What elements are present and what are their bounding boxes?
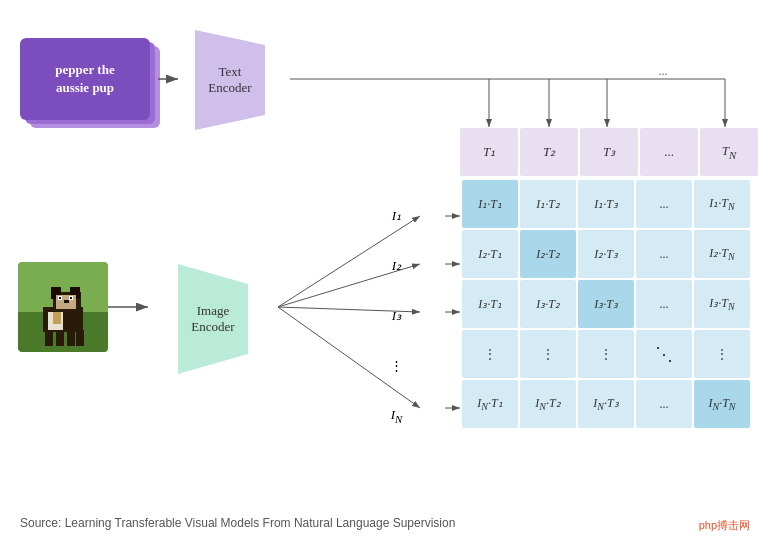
cell-0-0: I₁·T₁	[462, 180, 518, 228]
t3-header: T₃	[580, 128, 638, 176]
text-encoder: TextEncoder	[175, 30, 285, 130]
cell-4-0: IN·T₁	[462, 380, 518, 428]
image-encoder: ImageEncoder	[148, 264, 278, 374]
cell-4-2: IN·T₃	[578, 380, 634, 428]
cell-2-2: I₃·T₃	[578, 280, 634, 328]
cell-1-2: I₂·T₃	[578, 230, 634, 278]
cell-2-3: ...	[636, 280, 692, 328]
cell-0-3: ...	[636, 180, 692, 228]
t2-header: T₂	[520, 128, 578, 176]
cell-2-1: I₃·T₂	[520, 280, 576, 328]
image-encoder-label: ImageEncoder	[191, 303, 234, 335]
source-text-content: Source: Learning Transferable Visual Mod…	[20, 516, 455, 530]
cell-4-3: ...	[636, 380, 692, 428]
cell-4-4: IN·TN	[694, 380, 750, 428]
cell-1-4: I₂·TN	[694, 230, 750, 278]
i-dots-label: ⋮	[390, 342, 403, 390]
watermark-text: php搏击网	[699, 519, 750, 531]
watermark: php搏击网	[695, 516, 754, 535]
i2-label: I₂	[390, 242, 403, 290]
t-headers-row: T₁ T₂ T₃ ... TN	[460, 128, 758, 176]
in-label: IN	[390, 392, 403, 440]
cell-1-3: ...	[636, 230, 692, 278]
cell-3-2: ⋮	[578, 330, 634, 378]
t1-header: T₁	[460, 128, 518, 176]
cell-0-4: I₁·TN	[694, 180, 750, 228]
i-labels-column: I₁ I₂ I₃ ⋮ IN	[390, 192, 403, 440]
text-input-box: pepper theaussie pup	[20, 38, 150, 120]
cell-3-4: ⋮	[694, 330, 750, 378]
cell-4-1: IN·T₂	[520, 380, 576, 428]
dog-image	[18, 262, 108, 352]
text-encoder-label: TextEncoder	[208, 64, 251, 96]
similarity-matrix: I₁·T₁ I₁·T₂ I₁·T₃ ... I₁·TN I₂·T₁ I₂·T₂ …	[462, 180, 750, 428]
tn-header: TN	[700, 128, 758, 176]
diagram-container: ... pepper theaussie pup TextEncoder Ima…	[0, 0, 774, 500]
cell-1-0: I₂·T₁	[462, 230, 518, 278]
cell-3-3: ⋱	[636, 330, 692, 378]
cell-2-4: I₃·TN	[694, 280, 750, 328]
cell-3-0: ⋮	[462, 330, 518, 378]
dog-canvas	[18, 262, 108, 352]
t-dots-header: ...	[640, 128, 698, 176]
cell-0-1: I₁·T₂	[520, 180, 576, 228]
cell-2-0: I₃·T₁	[462, 280, 518, 328]
i3-label: I₃	[390, 292, 403, 340]
cell-3-1: ⋮	[520, 330, 576, 378]
svg-text:...: ...	[659, 64, 668, 78]
text-input-label: pepper theaussie pup	[55, 61, 114, 97]
cell-0-2: I₁·T₃	[578, 180, 634, 228]
source-text: Source: Learning Transferable Visual Mod…	[20, 516, 455, 530]
cell-1-1: I₂·T₂	[520, 230, 576, 278]
i1-label: I₁	[390, 192, 403, 240]
